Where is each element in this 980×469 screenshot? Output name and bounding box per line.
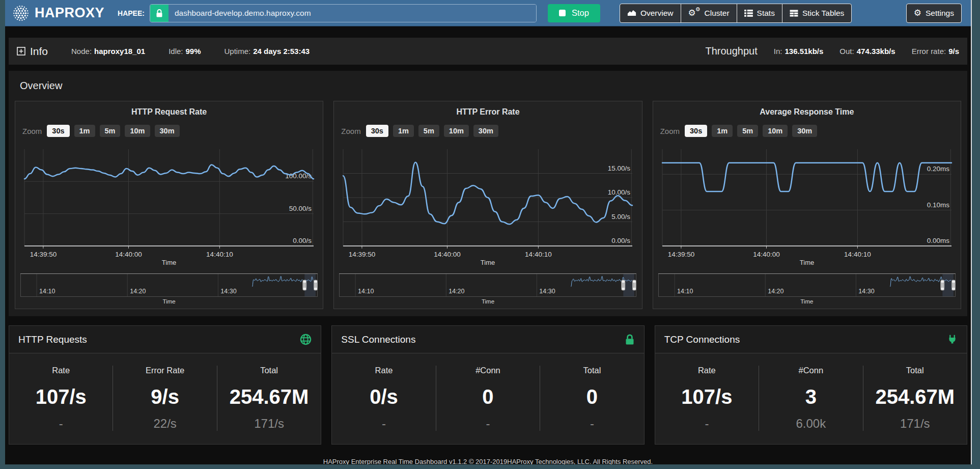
stat-conn: #Conn 0 - [436,366,540,431]
zoom-10m-button[interactable]: 10m [444,125,469,137]
svg-text:14:20: 14:20 [768,288,783,295]
top-navbar: HAPROXY HAPEE: Stop Overview [5,0,971,26]
zoom-30m-button[interactable]: 30m [792,125,817,137]
card-title: HTTP Requests [18,334,87,345]
card-title: TCP Connections [664,334,740,345]
zoom-1m-button[interactable]: 1m [712,125,733,137]
haproxy-brand[interactable]: HAPROXY [11,4,104,23]
svg-text:5.00/s: 5.00/s [612,213,631,220]
zoom-10m-button[interactable]: 10m [125,125,150,137]
navigator-chart[interactable]: 14:1014:2014:30 [20,273,318,297]
uptime-stat: Uptime:24 days 2:53:43 [225,47,310,56]
navigator-handle[interactable] [940,280,944,290]
tab-stats[interactable]: Stats [737,4,782,23]
info-toggle[interactable]: Info [17,45,48,58]
tab-stats-label: Stats [757,9,775,18]
navigator-handle[interactable] [622,280,625,290]
svg-text:0.00/s: 0.00/s [612,237,631,244]
svg-text:14:40:00: 14:40:00 [753,251,780,258]
svg-text:14:39:50: 14:39:50 [349,251,376,258]
zoom-1m-button[interactable]: 1m [393,125,414,137]
zoom-10m-button[interactable]: 10m [763,125,788,137]
tab-overview[interactable]: Overview [620,4,681,23]
node-stat: Node:haproxy18_01 [71,47,145,56]
svg-text:10.00/s: 10.00/s [608,188,631,196]
url-input-group [150,4,537,22]
svg-text:14:20: 14:20 [130,288,146,295]
chart-title: HTTP Error Rate [339,107,636,117]
navigator-handle[interactable] [951,280,955,290]
svg-text:0.00/s: 0.00/s [293,237,312,244]
gears-icon: ⚙⚙ [688,8,701,18]
stop-icon [559,10,566,16]
chart-panel-http-error-rate: HTTP Error Rate Zoom 30s1m5m10m30m 14:39… [333,101,642,309]
navigator-svg: 14:1014:2014:30 [339,273,636,297]
info-label: Info [30,45,48,58]
info-left: Info Node:haproxy18_01 Idle:99% Uptime:2… [17,45,310,58]
svg-text:14:39:50: 14:39:50 [30,251,57,258]
svg-text:14:40:00: 14:40:00 [115,251,142,258]
zoom-30s-button[interactable]: 30s [47,125,69,137]
zoom-5m-button[interactable]: 5m [418,125,439,137]
tab-overview-label: Overview [640,9,674,18]
url-input[interactable] [169,5,536,22]
overview-section: Overview HTTP Request Rate Zoom 30s1m5m1… [9,71,967,316]
settings-button[interactable]: ⚙ Settings [906,4,962,23]
svg-text:14:40:10: 14:40:10 [206,251,233,258]
svg-text:14:30: 14:30 [858,288,874,295]
tab-cluster[interactable]: ⚙⚙ Cluster [681,4,737,23]
navigator-handle[interactable] [303,280,306,290]
plug-icon [947,334,958,345]
navigator-handle[interactable] [314,280,317,290]
navigator-axis-title: Time [658,298,956,305]
navigator-svg: 14:1014:2014:30 [658,273,956,297]
list-table-icon [744,10,753,17]
chart-title: Average Response Time [658,107,956,117]
stop-button-label: Stop [572,8,589,18]
navigator-svg: 14:1014:2014:30 [20,273,318,297]
settings-button-label: Settings [926,9,954,18]
navigator-handle[interactable] [633,280,636,290]
svg-text:Time: Time [799,259,814,266]
zoom-30s-button[interactable]: 30s [685,125,707,137]
chart-plot-svg: 14:39:5014:40:0014:40:100.20ms0.10ms0.00… [658,146,956,267]
main-chart[interactable]: 14:39:5014:40:0014:40:1015.00/s10.00/s5.… [339,146,636,267]
svg-text:50.00/s: 50.00/s [289,205,312,212]
stat-total: Total 254.67M 171/s [863,366,967,431]
svg-text:14:30: 14:30 [220,288,236,295]
tab-cluster-label: Cluster [705,9,730,18]
zoom-controls: Zoom 30s1m5m10m30m [341,125,636,137]
zoom-30s-button[interactable]: 30s [366,125,388,137]
card-body: Rate 107/s - Error Rate 9/s 22/s Total 2… [9,353,321,444]
throughput-title: Throughput [705,45,757,57]
zoom-5m-button[interactable]: 5m [737,125,758,137]
navigator-chart[interactable]: 14:1014:2014:30 [658,273,956,297]
zoom-30m-button[interactable]: 30m [473,125,498,137]
zoom-1m-button[interactable]: 1m [74,125,95,137]
summary-cards-row: HTTP Requests Rate 107/s - Error Rate 9/… [9,325,967,445]
main-chart[interactable]: 14:39:5014:40:0014:40:100.20ms0.10ms0.00… [658,146,956,267]
navigator-chart[interactable]: 14:1014:2014:30 [339,273,636,297]
svg-text:14:10: 14:10 [677,288,693,295]
card-header: TCP Connections [655,326,967,353]
lock-icon [625,334,635,345]
zoom-label: Zoom [660,127,680,135]
dashboard-page: HAPROXY HAPEE: Stop Overview [5,0,972,464]
svg-text:15.00/s: 15.00/s [608,164,631,172]
zoom-controls: Zoom 30s1m5m10m30m [22,125,318,137]
hapee-label: HAPEE: [118,9,145,17]
svg-text:14:39:50: 14:39:50 [667,251,694,258]
tab-stick-tables[interactable]: Stick Tables [782,4,852,23]
zoom-5m-button[interactable]: 5m [100,125,121,137]
card-body: Rate 0/s - #Conn 0 - Total 0 - [332,353,643,444]
main-chart[interactable]: 14:39:5014:40:0014:40:10100.00/s50.00/s0… [20,146,318,267]
brand-text: HAPROXY [35,5,104,21]
card-title: SSL Connections [341,334,415,345]
area-chart-icon [627,9,636,17]
zoom-30m-button[interactable]: 30m [155,125,180,137]
haproxy-logo-icon [11,4,31,23]
globe-icon [300,334,312,345]
stop-button[interactable]: Stop [548,4,600,22]
chart-plot-svg: 14:39:5014:40:0014:40:1015.00/s10.00/s5.… [339,146,636,267]
navigator-axis-title: Time [20,298,318,305]
